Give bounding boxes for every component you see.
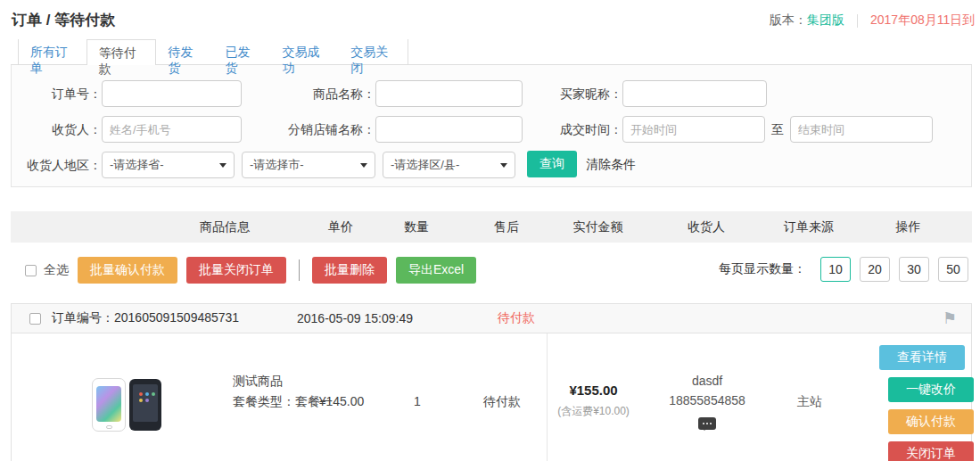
order-no-label: 订单号： [12, 80, 102, 107]
column-header-actions: 操作 [844, 219, 972, 235]
batch-delete-button[interactable]: 批量删除 [312, 257, 387, 284]
select-all-label: 全选 [44, 262, 69, 278]
buyer-nickname-label: 买家昵称： [484, 80, 622, 107]
order-source: 主站 [774, 394, 845, 410]
column-header-paid-amount: 实付金额 [556, 219, 639, 235]
expiry-date: 2017年08月11日到 [870, 12, 975, 29]
product-name: 测试商品 [233, 374, 283, 390]
order-checkbox[interactable] [29, 313, 41, 325]
order-row: 订单编号：201605091509485731 2016-05-09 15:09… [11, 303, 972, 461]
change-price-button[interactable]: 一键改价 [888, 377, 974, 402]
order-no-value: 201605091509485731 [114, 310, 239, 325]
confirm-payment-button[interactable]: 确认付款 [888, 409, 974, 434]
filter-panel: 订单号： 商品名称： 买家昵称： 收货人： 分销店铺名称： 成交时间： 至 收货… [11, 65, 972, 187]
deal-time-label: 成交时间： [484, 116, 622, 143]
end-time-input[interactable] [790, 116, 933, 143]
select-all-checkbox[interactable] [25, 265, 37, 276]
top-right-info: 版本： 集团版 2017年08月11日到 [770, 12, 975, 29]
per-page-option-30[interactable]: 30 [899, 257, 929, 282]
column-header-after-sale: 售后 [457, 219, 556, 235]
dropdown-arrow-icon [360, 163, 367, 168]
column-header-consignee: 收货人 [639, 219, 773, 235]
batch-toolbar: 全选 批量确认付款 批量关闭订单 批量删除 导出Excel 每页显示数量： 10… [11, 243, 972, 301]
per-page-option-10[interactable]: 10 [820, 257, 851, 282]
batch-confirm-payment-button[interactable]: 批量确认付款 [78, 257, 177, 284]
shipping-fee-note: (含运费¥10.00) [543, 404, 644, 419]
close-order-button[interactable]: 关闭订单 [888, 441, 974, 461]
consignee-phone: 18855854858 [640, 393, 774, 407]
to-label: 至 [769, 116, 786, 143]
table-header-row: 商品信息 单价 数量 售后 实付金额 收货人 订单来源 操作 [11, 211, 972, 243]
column-header-order-source: 订单来源 [773, 219, 844, 235]
consignee-label: 收货人： [12, 116, 102, 143]
province-selected-value: -请选择省- [110, 157, 164, 173]
paid-amount: ¥155.00 [547, 383, 640, 398]
order-row-header: 订单编号：201605091509485731 2016-05-09 15:09… [12, 304, 971, 333]
column-header-unit-price: 单价 [305, 219, 376, 235]
clear-filters-link[interactable]: 清除条件 [586, 151, 636, 177]
tab-transaction-closed[interactable]: 交易关闭 [339, 39, 408, 65]
batch-close-order-button[interactable]: 批量关闭订单 [186, 257, 286, 284]
city-select[interactable]: -请选择市- [242, 152, 375, 178]
toolbar-divider [299, 259, 300, 281]
tab-transaction-success[interactable]: 交易成功 [271, 39, 340, 65]
column-header-quantity: 数量 [376, 219, 457, 235]
order-status-tabs: 所有订单 等待付款 待发货 已发货 交易成功 交易关闭 [18, 39, 408, 65]
export-excel-button[interactable]: 导出Excel [396, 257, 476, 284]
buyer-nickname-input[interactable] [622, 80, 767, 107]
tab-awaiting-payment[interactable]: 等待付款 [86, 39, 157, 65]
order-no-input[interactable] [102, 80, 242, 107]
search-button[interactable]: 查询 [527, 151, 577, 177]
tab-all-orders[interactable]: 所有订单 [19, 39, 87, 65]
district-selected-value: -请选择区/县- [391, 157, 459, 173]
after-sale-status: 待付款 [457, 394, 547, 410]
page-title: 订单 / 等待付款 [12, 10, 115, 30]
city-selected-value: -请选择市- [250, 157, 304, 173]
order-no-label: 订单编号： [52, 310, 114, 325]
dropdown-arrow-icon [219, 163, 226, 168]
district-select[interactable]: -请选择区/县- [383, 152, 515, 178]
view-details-button[interactable]: 查看详情 [879, 345, 965, 370]
dropdown-arrow-icon [500, 163, 507, 168]
version-label: 版本： [770, 12, 807, 29]
message-icon[interactable] [698, 417, 716, 430]
version-badge: 集团版 [807, 12, 844, 29]
unit-price: ¥145.00 [306, 394, 377, 408]
quantity: 1 [377, 394, 457, 408]
tab-awaiting-shipment[interactable]: 待发货 [156, 39, 213, 65]
product-image [90, 377, 206, 432]
province-select[interactable]: -请选择省- [102, 152, 235, 178]
consignee-name: dasdf [640, 374, 774, 388]
order-management-page: 订单 / 等待付款 版本： 集团版 2017年08月11日到 所有订单 等待付款… [0, 0, 980, 461]
order-time: 2016-05-09 15:09:49 [297, 311, 413, 325]
shop-name-label: 分销店铺名称： [235, 116, 375, 143]
consignee-input[interactable] [102, 116, 242, 143]
per-page-option-20[interactable]: 20 [860, 257, 890, 282]
region-label: 收货人地区： [12, 152, 102, 178]
order-status-badge: 待付款 [498, 310, 535, 326]
order-row-body: 测试商品 套餐类型：套餐一 ¥145.00 1 待付款 ¥155.00 (含运费… [12, 333, 971, 461]
top-divider [857, 14, 858, 28]
product-name-label: 商品名称： [235, 80, 375, 107]
start-time-input[interactable] [622, 116, 765, 143]
column-header-product-info: 商品信息 [11, 219, 305, 235]
tab-shipped[interactable]: 已发货 [214, 39, 271, 65]
per-page-label: 每页显示数量： [719, 261, 806, 277]
per-page-option-50[interactable]: 50 [938, 257, 968, 282]
flag-icon[interactable]: ⚑ [943, 309, 957, 328]
